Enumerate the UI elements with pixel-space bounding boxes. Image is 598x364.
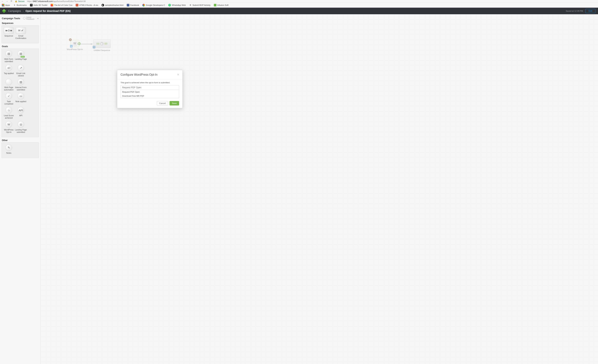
bookmark-item[interactable]: Infusion Soft xyxy=(214,4,228,6)
goal-icon: API xyxy=(17,107,24,113)
tool-goal[interactable]: ▤NEWLanding Page xyxy=(15,50,27,63)
save-button[interactable]: Save xyxy=(170,101,179,105)
goal-icon: ✓ xyxy=(6,93,12,99)
tool-email-confirmation[interactable]: ✉ ✔ Email Confirmation xyxy=(15,27,27,40)
infusionsoft-icon xyxy=(214,4,216,6)
dropdown-option[interactable]: Request PDF Open xyxy=(121,90,179,94)
tool-label: Landing Page submitted xyxy=(15,129,27,133)
bookmark-item[interactable]: Google Developers C xyxy=(142,4,165,6)
modal-backdrop[interactable] xyxy=(41,14,598,364)
secure-indicator: 🔒 Secure xyxy=(15,0,25,2)
goal-icon: ▤NEW xyxy=(17,50,24,57)
tool-goal[interactable]: Web Page automation xyxy=(3,79,15,91)
infusionsoft-logo[interactable] xyxy=(2,9,6,13)
bookmark-item[interactable]: The Art of Color Coo xyxy=(51,4,72,6)
bookmarks-bar: Apps ★Bookmarks HHelix 3D Toolkit The Ar… xyxy=(0,3,598,8)
tool-goal[interactable]: ▭Note applied xyxy=(15,93,27,105)
collapse-sidebar-icon[interactable]: « xyxy=(37,17,39,20)
goal-icon xyxy=(6,79,12,85)
bookmark-item[interactable]: 🗎Submit MVP Activity xyxy=(189,4,211,6)
other-panel: ✎ Notes xyxy=(1,142,39,158)
bookmark-item[interactable]: ✆WhatsApp Web xyxy=(168,4,186,6)
tool-label: Internal Form submitted xyxy=(15,86,27,91)
tool-label: Email Link clicked xyxy=(15,72,27,77)
back-icon[interactable]: ← xyxy=(1,0,3,2)
bookmark-item[interactable]: ★Bookmarks xyxy=(13,4,27,6)
sequences-panel: Sequence ✉ ✔ Email Confirmation xyxy=(1,25,39,43)
modal-description: This goal is achieved when the opt-in fo… xyxy=(121,81,179,84)
apps-icon xyxy=(2,4,4,6)
breadcrumb-current: Open request for download PDF (EN) xyxy=(25,9,71,12)
goal-icon: ▤ xyxy=(17,79,24,85)
close-icon[interactable]: × xyxy=(177,73,179,77)
address-bar[interactable]: https://tf407.infusionsoft.com/app/funne… xyxy=(27,0,86,2)
tool-goal[interactable]: ✓Task completed xyxy=(3,93,15,105)
saved-status: Saved at 12:28 PM xyxy=(566,10,583,12)
tool-goal[interactable]: 🏷Tag applied xyxy=(3,65,15,77)
html5-icon: 5 xyxy=(76,4,78,6)
dropdown-option[interactable]: Download Free MR PDF xyxy=(121,94,179,98)
tool-goal[interactable]: ◎Landing Page submitted xyxy=(15,121,27,133)
goals-panel: ▤Web Form submitted▤NEWLanding Page🏷Tag … xyxy=(1,49,39,137)
favicon xyxy=(51,4,53,6)
tool-goal[interactable]: ↗Email Link clicked xyxy=(15,65,27,77)
goal-icon: ▭ xyxy=(17,93,24,99)
github-icon: ◐ xyxy=(101,4,104,6)
modal-title: Configure WordPress Opt-In xyxy=(121,73,158,76)
tool-label: API xyxy=(15,114,27,117)
goal-icon: ↗ xyxy=(17,65,24,71)
reload-icon[interactable]: ⟳ xyxy=(11,0,12,2)
tool-label: Web Form submitted xyxy=(3,58,15,63)
favicon: H xyxy=(30,4,33,6)
breadcrumb: Campaigns › Open request for download PD… xyxy=(8,9,71,12)
campaign-tools-sidebar: Campaign Tools Leave Feedback « Sequence… xyxy=(0,14,41,364)
tool-label: Note applied xyxy=(15,100,27,103)
tool-goal[interactable]: ▤Internal Form submitted xyxy=(15,79,27,91)
goals-heading: Goals xyxy=(2,45,39,48)
app-header: Campaigns › Open request for download PD… xyxy=(0,8,598,14)
goal-icon: ♨ xyxy=(6,107,12,113)
configure-wordpress-optin-modal: Configure WordPress Opt-In × This goal i… xyxy=(117,70,183,108)
google-icon xyxy=(142,4,145,6)
star-icon: ★ xyxy=(13,4,16,6)
leave-feedback[interactable]: Leave Feedback xyxy=(23,16,34,20)
goal-icon: ▤ xyxy=(6,50,12,57)
sequences-heading: Sequences xyxy=(2,22,39,24)
page-icon: 🗎 xyxy=(189,4,192,6)
edit-button[interactable]: Edit xyxy=(585,9,595,13)
tool-label: Landing Page xyxy=(15,58,27,60)
breadcrumb-root[interactable]: Campaigns xyxy=(8,9,21,12)
goal-icon: W xyxy=(6,121,12,128)
tool-goal[interactable]: ▤Web Form submitted xyxy=(3,50,15,63)
bookmark-item[interactable]: fFacebook xyxy=(127,4,139,6)
bookmark-apps[interactable]: Apps xyxy=(2,4,10,6)
bookmark-item[interactable]: HHelix 3D Toolkit xyxy=(30,4,47,6)
bookmark-item[interactable]: ◐samples/tracker.html xyxy=(101,4,124,6)
smiley-icon xyxy=(23,17,26,20)
facebook-icon: f xyxy=(127,4,129,6)
optin-form-select[interactable] xyxy=(121,85,179,90)
lock-icon: 🔒 xyxy=(15,0,17,2)
cancel-button[interactable]: Cancel xyxy=(157,101,168,105)
goal-icon: 🏷 xyxy=(6,65,12,71)
sidebar-title: Campaign Tools xyxy=(2,17,20,20)
forward-icon[interactable]: → xyxy=(6,0,8,2)
optin-form-dropdown: Request PDF Open Download Free MR PDF xyxy=(121,90,179,98)
canvas-wrap: ✕ W ▶ W WordPress Opt-In ⚑ Untitled Sequ… xyxy=(41,14,598,364)
tool-goal[interactable]: APIAPI xyxy=(15,107,27,119)
bookmark-item[interactable]: 5HTML5 Rocks - A res xyxy=(76,4,98,6)
tool-goal[interactable]: ♨Lead Score achieved xyxy=(3,107,15,119)
whatsapp-icon: ✆ xyxy=(168,4,171,6)
browser-toolbar: ← → ⟳ 🔒 Secure https://tf407.infusionsof… xyxy=(0,0,598,3)
tool-sequence[interactable]: Sequence xyxy=(3,27,15,40)
tool-label: Web Page automation xyxy=(3,86,15,91)
breadcrumb-separator: › xyxy=(23,9,24,12)
notes-icon: ✎ xyxy=(6,144,12,151)
tool-label: Task completed xyxy=(3,100,15,105)
tool-goal[interactable]: WWordPress Opt-In xyxy=(3,121,15,133)
tool-label: Lead Score achieved xyxy=(3,114,15,119)
secure-label: Secure xyxy=(18,0,25,2)
email-confirmation-icon: ✉ ✔ xyxy=(16,27,26,34)
tool-notes[interactable]: ✎ Notes xyxy=(3,144,15,154)
other-heading: Other xyxy=(2,139,39,142)
